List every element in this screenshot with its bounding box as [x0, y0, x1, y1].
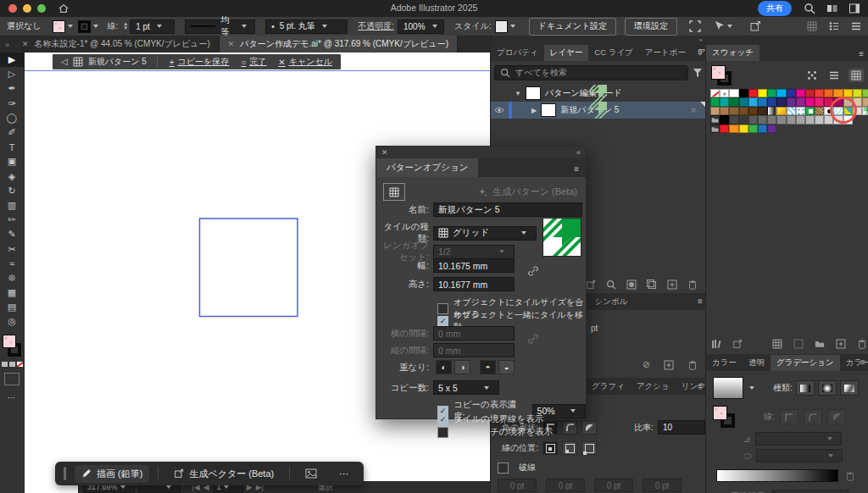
- opacity-label[interactable]: 不透明度:: [358, 20, 394, 32]
- layer-row-new-pattern[interactable]: ▶ 新規パターン 5 ○: [491, 102, 706, 119]
- ratio-input[interactable]: 10: [658, 420, 705, 435]
- zoom-window-button[interactable]: [37, 4, 46, 13]
- swatch-options-icon[interactable]: [793, 339, 804, 349]
- swatch[interactable]: [776, 89, 786, 97]
- swatch[interactable]: [824, 89, 833, 97]
- swatch-folder[interactable]: [710, 115, 720, 124]
- link-dimensions-icon[interactable]: [527, 265, 539, 277]
- home-icon[interactable]: [58, 3, 69, 14]
- tab-overflow-icon[interactable]: »: [0, 41, 14, 53]
- tab-アートボー[interactable]: アートボー: [639, 45, 692, 61]
- menu-list-icon[interactable]: [851, 21, 861, 31]
- swatch[interactable]: [805, 115, 815, 124]
- color-button[interactable]: [2, 362, 8, 367]
- gradient-angle-select[interactable]: [755, 432, 842, 446]
- delete-layer-icon[interactable]: [687, 280, 698, 290]
- dash-value-input[interactable]: 0 pt: [643, 479, 682, 492]
- swatch[interactable]: [796, 97, 805, 106]
- swatch[interactable]: [796, 115, 805, 124]
- curvature-tool[interactable]: ✑: [0, 97, 24, 111]
- dash-value-input[interactable]: 0 pt: [594, 479, 633, 492]
- swatch[interactable]: [805, 89, 815, 97]
- gradient-button[interactable]: [9, 362, 15, 367]
- freeform-gradient-button[interactable]: [840, 380, 859, 396]
- swatch[interactable]: [729, 115, 738, 124]
- swatch[interactable]: [767, 97, 776, 106]
- overlap-top-button[interactable]: ◓: [480, 360, 496, 374]
- gradient-tool[interactable]: ▥: [0, 198, 24, 213]
- scissors-tool[interactable]: ✂: [0, 241, 24, 256]
- gradient-slider[interactable]: [716, 469, 838, 482]
- layers-search-input[interactable]: すべてを検索: [494, 65, 688, 80]
- layer-row-pattern-mode[interactable]: ▼ パターン編集モード: [491, 85, 706, 102]
- swatch[interactable]: [796, 89, 805, 97]
- make-mask-icon[interactable]: [626, 280, 637, 290]
- swatch[interactable]: [758, 107, 767, 115]
- stroke-color-chip[interactable]: [78, 20, 91, 33]
- close-dialog-icon[interactable]: ✕: [381, 148, 388, 157]
- overlap-right-button[interactable]: ◑: [454, 360, 470, 374]
- stroke-chevron-icon[interactable]: [93, 25, 98, 28]
- swatch[interactable]: [748, 125, 758, 133]
- add-to-library-icon[interactable]: [732, 339, 743, 349]
- list-view-icon[interactable]: [826, 69, 842, 82]
- swatch[interactable]: [710, 97, 720, 106]
- save-copy-button[interactable]: +コピーを保存: [170, 56, 230, 68]
- width-input[interactable]: 10.1675 mm: [433, 258, 515, 273]
- filter-funnel-icon[interactable]: [693, 68, 703, 78]
- overlap-left-button[interactable]: ◐: [436, 360, 452, 374]
- swatch[interactable]: [710, 107, 720, 115]
- arrange-icon[interactable]: [749, 20, 761, 32]
- profile-select[interactable]: 均等: [185, 19, 255, 34]
- layer-thumbnail[interactable]: [541, 103, 556, 117]
- swatch[interactable]: [862, 97, 868, 106]
- swatch[interactable]: [776, 97, 786, 106]
- gradient-aspect-select[interactable]: [756, 449, 843, 463]
- swatch[interactable]: [720, 97, 729, 106]
- align-center-button[interactable]: [542, 441, 558, 455]
- swatch[interactable]: [853, 89, 862, 97]
- align-bounds-icon[interactable]: [689, 20, 701, 32]
- swatch-folder[interactable]: [710, 125, 720, 133]
- swatch[interactable]: [862, 89, 868, 97]
- paintbrush-tool[interactable]: ✐: [0, 125, 24, 140]
- tab-透明[interactable]: 透明: [743, 355, 771, 371]
- minimize-window-button[interactable]: [23, 4, 31, 13]
- document-tab-1[interactable]: ✕ 名称未設定-1* @ 44.05 % (CMYK/プレビュー): [14, 36, 220, 53]
- stroke-width-select[interactable]: 1 pt: [130, 19, 175, 34]
- reference-image-button[interactable]: [298, 465, 324, 482]
- duplicate-item-icon[interactable]: [664, 360, 674, 370]
- tab-アクショ[interactable]: アクショ: [631, 379, 676, 395]
- slice-tool[interactable]: ▤: [0, 300, 24, 314]
- artboard-tool[interactable]: ▣: [0, 154, 24, 169]
- panel-menu-icon[interactable]: ≡: [854, 49, 868, 61]
- fill-swatch[interactable]: [711, 65, 726, 80]
- edit-toolbar-button[interactable]: ⋯: [0, 393, 24, 402]
- tab-レイヤー[interactable]: レイヤー: [544, 45, 589, 61]
- swatch[interactable]: [805, 107, 815, 115]
- pen-tool[interactable]: ✒: [0, 81, 24, 96]
- swatch[interactable]: [748, 115, 758, 124]
- fill-swatch[interactable]: [713, 406, 727, 420]
- tab-グラデーション[interactable]: グラデーション: [771, 355, 840, 371]
- swatch[interactable]: [729, 125, 738, 133]
- dash-value-input[interactable]: 0 pt: [546, 479, 585, 492]
- swatch[interactable]: [776, 115, 786, 124]
- swatch[interactable]: [729, 107, 738, 115]
- share-button[interactable]: 共有: [758, 1, 792, 16]
- tab-シンボル[interactable]: シンボル: [589, 294, 634, 310]
- swatch[interactable]: [815, 89, 824, 97]
- direct-selection-tool[interactable]: ▷: [0, 67, 24, 81]
- copies-select[interactable]: 5 x 5: [433, 380, 499, 395]
- swatch[interactable]: [748, 107, 758, 115]
- swatch[interactable]: [729, 97, 738, 106]
- new-sublayer-icon[interactable]: [647, 280, 657, 290]
- layer-thumbnail[interactable]: [526, 86, 541, 100]
- delete-item-icon[interactable]: [687, 360, 698, 370]
- draw-mode-button[interactable]: [4, 373, 19, 385]
- close-tab-icon[interactable]: ✕: [228, 40, 235, 48]
- eyedropper-tool[interactable]: ✎: [0, 227, 24, 241]
- rotate-tool[interactable]: ↻: [0, 184, 24, 198]
- swatch[interactable]: [739, 125, 748, 133]
- close-window-button[interactable]: [8, 4, 17, 13]
